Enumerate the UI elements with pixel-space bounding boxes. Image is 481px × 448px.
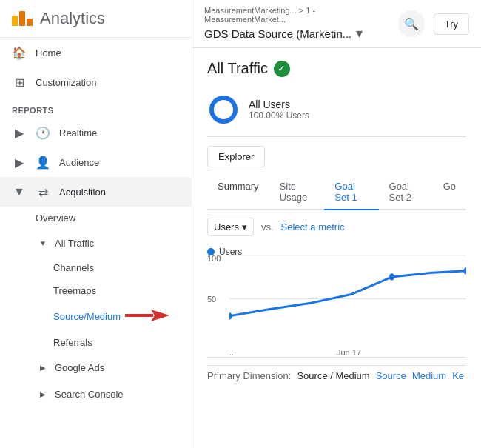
logo-bar-1 xyxy=(12,16,18,26)
tab-summary[interactable]: Summary xyxy=(207,175,269,210)
dimension-row: Primary Dimension: Source / Medium Sourc… xyxy=(207,365,466,381)
tab-goal-set-1[interactable]: Goal Set 1 xyxy=(324,175,378,210)
property-dropdown-icon: ▾ xyxy=(356,25,363,41)
chevron-right-icon: ▶ xyxy=(12,125,27,140)
chart-svg-container xyxy=(229,247,466,342)
chevron-down-small-icon: ▼ xyxy=(36,235,50,250)
users-label: All Users xyxy=(249,98,309,110)
metric-dropdown-icon: ▾ xyxy=(242,221,247,233)
sidebar-item-overview[interactable]: Overview xyxy=(36,207,192,230)
sidebar-item-google-ads[interactable]: ▶ Google Ads xyxy=(36,354,192,381)
source-medium-label: Source/Medium xyxy=(53,311,121,322)
explorer-tab[interactable]: Explorer xyxy=(207,146,265,167)
all-traffic-submenu: Channels Treemaps Source/Medium Referral… xyxy=(36,256,192,354)
overview-label: Overview xyxy=(36,213,75,224)
sidebar-item-all-traffic[interactable]: ▼ All Traffic xyxy=(36,230,192,256)
tab-site-usage[interactable]: Site Usage xyxy=(269,175,325,210)
breadcrumb: MeasurementMarketing... > 1 - Measuremen… xyxy=(204,6,389,24)
chevron-right-icon-audience: ▶ xyxy=(12,155,27,170)
chevron-right-google-ads-icon: ▶ xyxy=(36,360,50,375)
analytics-logo xyxy=(12,11,33,26)
dimension-link-source[interactable]: Source xyxy=(376,370,406,381)
x-axis-start: ... xyxy=(229,348,236,357)
chart-area: Users 100 50 ... Jun 17 xyxy=(207,247,466,358)
search-button[interactable]: 🔍 xyxy=(398,10,425,37)
reports-section-label: REPORTS xyxy=(0,97,192,118)
tab-row: Summary Site Usage Goal Set 1 Goal Set 2… xyxy=(207,175,466,210)
sidebar-item-realtime[interactable]: ▶ 🕐 Realtime xyxy=(0,118,192,147)
sidebar-item-customization[interactable]: ⊞ Customization xyxy=(0,67,192,97)
arrow-icon xyxy=(125,308,169,325)
customization-icon: ⊞ xyxy=(12,75,27,90)
sidebar-item-acquisition[interactable]: ▼ ⇄ Acquisition xyxy=(0,177,192,207)
property-name: GDS Data Source (Marketin... xyxy=(204,27,352,40)
svg-point-3 xyxy=(212,98,235,121)
svg-point-8 xyxy=(463,267,466,274)
acquisition-icon: ⇄ xyxy=(36,184,50,199)
try-button[interactable]: Try xyxy=(434,13,469,35)
page-title-row: All Traffic ✓ xyxy=(207,60,466,77)
y-axis-high: 100 xyxy=(207,254,221,263)
chevron-right-search-console-icon: ▶ xyxy=(36,387,50,401)
search-icon: 🔍 xyxy=(404,17,419,31)
channels-label: Channels xyxy=(53,262,94,273)
sidebar-item-referrals[interactable]: Referrals xyxy=(47,331,192,354)
logo-bar-2 xyxy=(19,11,25,26)
home-label: Home xyxy=(36,47,61,58)
sidebar-item-source-medium[interactable]: Source/Medium xyxy=(47,302,192,331)
tab-go[interactable]: Go xyxy=(433,175,466,210)
svg-rect-1 xyxy=(125,314,153,317)
sidebar-item-home[interactable]: 🏠 Home xyxy=(0,38,192,67)
search-console-label: Search Console xyxy=(55,389,124,400)
select-metric-link[interactable]: Select a metric xyxy=(281,221,345,233)
home-icon: 🏠 xyxy=(12,45,27,60)
all-traffic-label: All Traffic xyxy=(55,238,94,249)
main-content: MeasurementMarketing... > 1 - Measuremen… xyxy=(192,0,481,448)
acquisition-submenu: Overview ▼ All Traffic Channels Treemaps… xyxy=(0,207,192,407)
sidebar-header: Analytics xyxy=(0,0,192,38)
chevron-down-icon: ▼ xyxy=(12,184,27,199)
content-area: All Traffic ✓ All Users 100.00% Users Ex… xyxy=(192,48,481,448)
metric-value: Users xyxy=(214,221,239,233)
vs-text: vs. xyxy=(261,221,274,233)
audience-icon: 👤 xyxy=(36,155,50,170)
sidebar-item-channels[interactable]: Channels xyxy=(47,256,192,279)
tab-goal-set-2[interactable]: Goal Set 2 xyxy=(379,175,433,210)
metric-row: Users ▾ vs. Select a metric xyxy=(207,218,466,236)
acquisition-label: Acquisition xyxy=(59,187,106,198)
users-percent: 100.00% Users xyxy=(249,110,309,121)
sidebar-item-treemaps[interactable]: Treemaps xyxy=(47,279,192,302)
logo-bar-3 xyxy=(27,19,33,26)
dimension-link-medium[interactable]: Medium xyxy=(412,370,446,381)
verified-badge: ✓ xyxy=(274,61,290,77)
topbar: MeasurementMarketing... > 1 - Measuremen… xyxy=(192,0,481,48)
svg-point-7 xyxy=(389,273,394,280)
page-title: All Traffic xyxy=(207,60,268,77)
sidebar: Analytics 🏠 Home ⊞ Customization REPORTS… xyxy=(0,0,192,448)
app-title: Analytics xyxy=(40,9,105,28)
svg-point-6 xyxy=(229,312,232,319)
users-card: All Users 100.00% Users xyxy=(207,86,466,137)
customization-label: Customization xyxy=(36,77,96,88)
svg-marker-0 xyxy=(151,310,169,321)
x-axis-mid: Jun 17 xyxy=(337,348,361,357)
sidebar-item-audience[interactable]: ▶ 👤 Audience xyxy=(0,147,192,177)
users-info: All Users 100.00% Users xyxy=(249,98,309,121)
realtime-label: Realtime xyxy=(59,127,97,138)
audience-label: Audience xyxy=(59,157,99,168)
dimension-link-ke[interactable]: Ke xyxy=(452,370,464,381)
dimension-active: Source / Medium xyxy=(297,370,369,381)
realtime-icon: 🕐 xyxy=(36,125,50,140)
metric-selector[interactable]: Users ▾ xyxy=(207,218,254,236)
google-ads-label: Google Ads xyxy=(55,362,104,373)
property-selector[interactable]: GDS Data Source (Marketin... ▾ xyxy=(204,25,389,41)
sidebar-item-search-console[interactable]: ▶ Search Console xyxy=(36,381,192,407)
y-axis-low: 50 xyxy=(207,295,216,304)
treemaps-label: Treemaps xyxy=(53,285,96,296)
referrals-label: Referrals xyxy=(53,337,92,348)
breadcrumb-area: MeasurementMarketing... > 1 - Measuremen… xyxy=(204,6,389,41)
dimension-label: Primary Dimension: xyxy=(207,370,291,381)
users-donut-chart xyxy=(207,93,240,126)
